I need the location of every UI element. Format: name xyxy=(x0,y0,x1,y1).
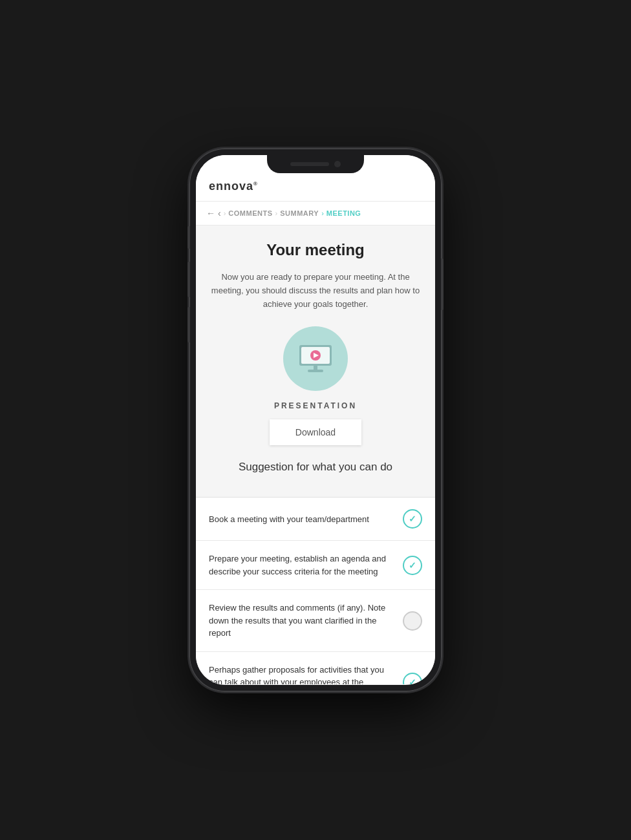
check-circle-4[interactable]: ✓ xyxy=(403,673,422,684)
presentation-label: PRESENTATION xyxy=(209,401,422,410)
nav-meeting[interactable]: MEETING xyxy=(326,209,361,217)
checklist-item-2: Prepare your meeting, establish an agend… xyxy=(196,541,435,590)
page-title: Your meeting xyxy=(209,241,422,259)
monitor-icon xyxy=(296,342,335,375)
power-button xyxy=(441,258,444,310)
svg-rect-5 xyxy=(308,370,323,372)
notch xyxy=(267,155,364,173)
nav-summary[interactable]: SUMMARY xyxy=(280,209,319,217)
checklist-item-4: Perhaps gather proposals for activities … xyxy=(196,652,435,684)
nav-chevron-2: › xyxy=(275,209,278,217)
check-circle-1[interactable]: ✓ xyxy=(403,509,422,529)
phone-frame: ennova® ← ‹ › COMMENTS › SUMMARY › MEETI… xyxy=(189,149,442,691)
presentation-icon-circle xyxy=(283,326,348,391)
phone-screen: ennova® ← ‹ › COMMENTS › SUMMARY › MEETI… xyxy=(196,155,435,685)
check-circle-3[interactable] xyxy=(403,611,422,631)
checklist-text-1: Book a meeting with your team/department xyxy=(209,513,403,526)
volume-mute-button xyxy=(187,226,190,249)
checklist-item-1: Book a meeting with your team/department… xyxy=(196,498,435,541)
check-mark-4: ✓ xyxy=(409,677,416,684)
checklist-text-3: Review the results and comments (if any)… xyxy=(209,602,403,640)
camera xyxy=(334,161,341,167)
app-logo: ennova® xyxy=(209,180,422,193)
back-button[interactable]: ← xyxy=(206,208,215,218)
suggestion-title: Suggestion for what you can do xyxy=(209,461,422,474)
presentation-icon-wrap xyxy=(209,326,422,391)
nav-chevron-3: › xyxy=(321,209,324,217)
volume-down-button xyxy=(187,307,190,342)
checklist: Book a meeting with your team/department… xyxy=(196,497,435,684)
check-circle-2[interactable]: ✓ xyxy=(403,556,422,575)
nav-comments[interactable]: COMMENTS xyxy=(228,209,272,217)
hero-section: Your meeting Now you are ready to prepar… xyxy=(196,226,435,497)
nav-chevron-1: › xyxy=(224,209,226,217)
svg-rect-4 xyxy=(314,366,317,370)
checklist-item-3: Review the results and comments (if any)… xyxy=(196,590,435,652)
speaker xyxy=(290,162,329,166)
breadcrumb-nav: ← ‹ › COMMENTS › SUMMARY › MEETING xyxy=(196,202,435,226)
main-content: Your meeting Now you are ready to prepar… xyxy=(196,226,435,684)
page-description: Now you are ready to prepare your meetin… xyxy=(209,271,422,311)
volume-up-button xyxy=(187,262,190,297)
check-mark-1: ✓ xyxy=(409,514,416,524)
download-button[interactable]: Download xyxy=(270,419,361,445)
download-button-wrap: Download xyxy=(209,419,422,445)
check-mark-2: ✓ xyxy=(409,560,416,571)
checklist-text-4: Perhaps gather proposals for activities … xyxy=(209,664,403,684)
prev-button[interactable]: ‹ xyxy=(218,208,221,218)
checklist-text-2: Prepare your meeting, establish an agend… xyxy=(209,552,403,578)
